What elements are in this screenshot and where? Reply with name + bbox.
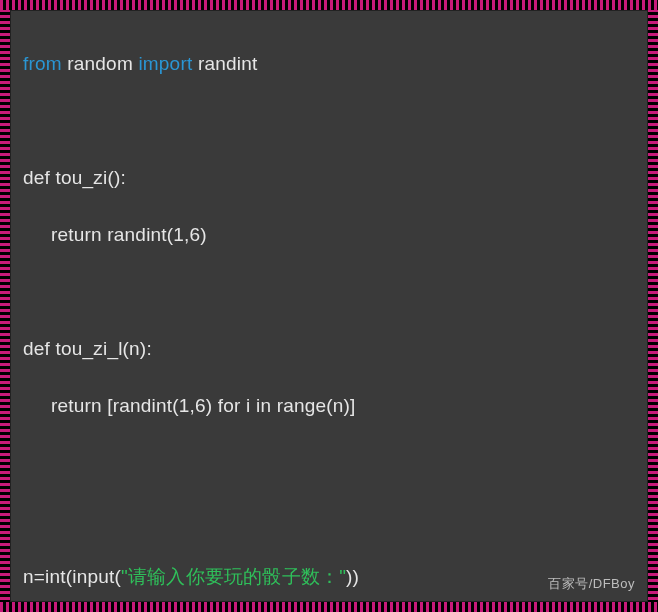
code-line: def tou_zi(): bbox=[23, 164, 635, 193]
blank-line bbox=[23, 107, 635, 136]
code-line: def tou_zi_l(n): bbox=[23, 335, 635, 364]
code-text: )) bbox=[346, 566, 359, 587]
watermark-text: 百家号/DFBoy bbox=[548, 575, 635, 593]
code-block: from random import randint def tou_zi():… bbox=[23, 21, 635, 612]
string-literal: "请输入你要玩的骰子数：" bbox=[121, 566, 346, 587]
code-line: return randint(1,6) bbox=[23, 221, 635, 250]
code-text: n=int(input( bbox=[23, 566, 121, 587]
code-line: n=int(input("请输入你要玩的骰子数：")) bbox=[23, 563, 635, 592]
code-line: return [randint(1,6) for i in range(n)] bbox=[23, 392, 635, 421]
blank-line bbox=[23, 506, 635, 535]
code-text: randint bbox=[192, 53, 257, 74]
keyword-import: import bbox=[138, 53, 192, 74]
blank-line bbox=[23, 449, 635, 478]
blank-line bbox=[23, 278, 635, 307]
keyword-from: from bbox=[23, 53, 62, 74]
code-editor-panel: from random import randint def tou_zi():… bbox=[10, 10, 648, 602]
code-line: from random import randint bbox=[23, 50, 635, 79]
code-text: random bbox=[62, 53, 139, 74]
